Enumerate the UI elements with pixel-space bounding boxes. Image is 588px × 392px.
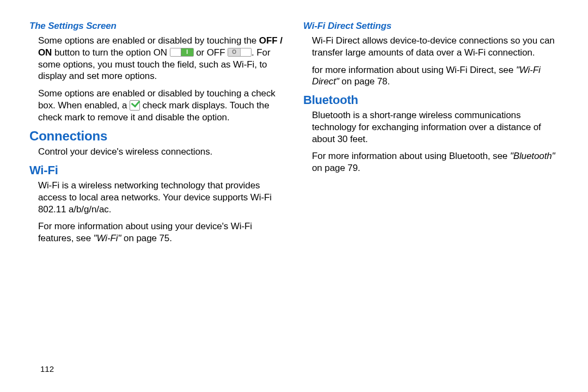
para-wfd-2: for more information about using Wi-Fi D… [303,64,561,88]
toggle-on-icon [170,48,194,57]
ref-wifi: "Wi-Fi" [94,233,121,243]
heading-connections: Connections [29,128,287,144]
heading-wifi: Wi-Fi [29,163,287,177]
page: The Settings Screen Some options are ena… [0,0,588,392]
text: on page 79. [312,163,360,173]
text: on page 78. [339,76,390,87]
text: For more information about using Bluetoo… [312,151,510,161]
para-wifi-2: For more information about using your de… [29,220,287,244]
heading-wifi-direct: Wi-Fi Direct Settings [303,21,561,32]
page-number: 112 [40,364,54,373]
text: or OFF [194,47,228,58]
toggle-off-icon [228,48,252,57]
right-column: Wi-Fi Direct Settings Wi-Fi Direct allow… [303,21,561,392]
para-wfd-1: Wi-Fi Direct allows device-to-device con… [303,35,561,59]
para-bt-2: For more information about using Bluetoo… [303,150,561,174]
text: button to turn the option ON [52,47,169,58]
para-settings-2: Some options are enabled or disabled by … [29,88,287,123]
para-bt-1: Bluetooth is a short-range wireless comm… [303,109,561,145]
left-column: The Settings Screen Some options are ena… [29,21,287,392]
ref-bluetooth: "Bluetooth" [510,151,555,161]
heading-settings-screen: The Settings Screen [29,21,287,32]
text: for more information about using Wi-Fi D… [312,65,516,75]
para-settings-1: Some options are enabled or disabled by … [29,35,287,82]
para-connections: Control your device's wireless connectio… [29,146,287,158]
text: Some options are enabled or disabled by … [38,35,259,46]
text: on page 75. [121,233,171,243]
checkmark-icon [130,100,140,111]
para-wifi-1: Wi-Fi is a wireless networking technolog… [29,180,287,215]
heading-bluetooth: Bluetooth [303,93,561,107]
